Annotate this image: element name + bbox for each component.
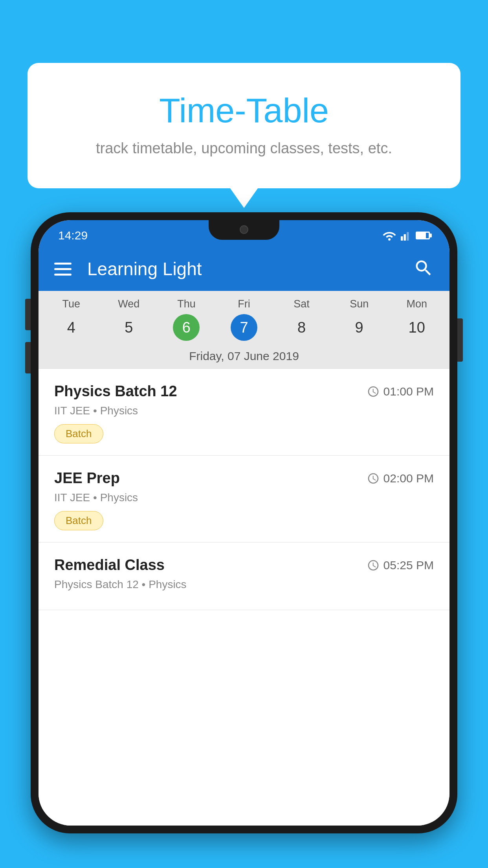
day-number[interactable]: 7 <box>231 314 257 341</box>
signal-icon <box>401 230 411 241</box>
clock-icon <box>367 559 380 572</box>
day-number[interactable]: 4 <box>58 314 84 341</box>
app-title: Learning Light <box>87 258 402 280</box>
calendar-week: Tue4Wed5Thu6Fri7Sat8Sun9Mon10 <box>39 291 449 344</box>
phone-frame: 14:29 <box>31 212 457 833</box>
day-name-label: Thu <box>177 298 196 310</box>
status-time: 14:29 <box>58 229 88 242</box>
bubble-title: Time-Table <box>59 90 429 131</box>
day-column[interactable]: Sun9 <box>330 298 388 341</box>
schedule-list: Physics Batch 1201:00 PMIIT JEE • Physic… <box>39 369 449 826</box>
speech-bubble-section: Time-Table track timetable, upcoming cla… <box>28 63 460 188</box>
menu-button[interactable] <box>54 263 72 276</box>
schedule-item[interactable]: JEE Prep02:00 PMIIT JEE • PhysicsBatch <box>39 456 449 542</box>
batch-badge: Batch <box>54 424 103 443</box>
day-column[interactable]: Wed5 <box>100 298 158 341</box>
schedule-time: 05:25 PM <box>367 559 434 572</box>
speech-bubble: Time-Table track timetable, upcoming cla… <box>28 63 460 188</box>
volume-down-button <box>25 342 31 373</box>
day-name-label: Tue <box>62 298 81 310</box>
phone-notch <box>209 219 279 240</box>
day-number[interactable]: 5 <box>116 314 142 341</box>
status-icons <box>383 230 430 241</box>
phone-container: 14:29 <box>31 212 457 868</box>
clock-icon <box>367 385 380 398</box>
battery-icon <box>416 232 430 239</box>
schedule-time: 02:00 PM <box>367 472 434 485</box>
schedule-item[interactable]: Remedial Class05:25 PMPhysics Batch 12 •… <box>39 542 449 610</box>
svg-rect-0 <box>401 236 403 241</box>
schedule-subtitle: Physics Batch 12 • Physics <box>54 578 434 591</box>
day-number[interactable]: 10 <box>404 314 430 341</box>
svg-rect-1 <box>404 234 406 241</box>
day-column[interactable]: Fri7 <box>215 298 273 341</box>
phone-screen: 14:29 <box>39 220 449 826</box>
schedule-item-header: Physics Batch 1201:00 PM <box>54 383 434 400</box>
day-number[interactable]: 6 <box>173 314 200 341</box>
schedule-item-header: JEE Prep02:00 PM <box>54 470 434 487</box>
day-column[interactable]: Tue4 <box>42 298 100 341</box>
day-name-label: Sun <box>350 298 369 310</box>
day-name-label: Wed <box>118 298 139 310</box>
schedule-item-header: Remedial Class05:25 PM <box>54 557 434 574</box>
selected-date: Friday, 07 June 2019 <box>39 344 449 369</box>
batch-badge: Batch <box>54 511 103 530</box>
bubble-subtitle: track timetable, upcoming classes, tests… <box>59 140 429 157</box>
day-column[interactable]: Sat8 <box>273 298 330 341</box>
schedule-item[interactable]: Physics Batch 1201:00 PMIIT JEE • Physic… <box>39 369 449 456</box>
schedule-subtitle: IIT JEE • Physics <box>54 491 434 504</box>
app-bar: Learning Light <box>39 247 449 291</box>
schedule-title: Remedial Class <box>54 557 165 574</box>
day-name-label: Mon <box>406 298 427 310</box>
day-column[interactable]: Mon10 <box>388 298 446 341</box>
schedule-title: JEE Prep <box>54 470 120 487</box>
camera <box>240 225 248 234</box>
day-number[interactable]: 8 <box>288 314 315 341</box>
volume-up-button <box>25 299 31 330</box>
svg-rect-2 <box>407 232 409 241</box>
schedule-title: Physics Batch 12 <box>54 383 177 400</box>
day-number[interactable]: 9 <box>346 314 372 341</box>
schedule-subtitle: IIT JEE • Physics <box>54 405 434 417</box>
day-name-label: Sat <box>294 298 310 310</box>
schedule-time: 01:00 PM <box>367 385 434 398</box>
clock-icon <box>367 472 380 485</box>
day-name-label: Fri <box>238 298 250 310</box>
power-button <box>457 318 463 362</box>
wifi-icon <box>383 230 396 241</box>
search-button[interactable] <box>413 258 434 280</box>
day-column[interactable]: Thu6 <box>158 298 215 341</box>
